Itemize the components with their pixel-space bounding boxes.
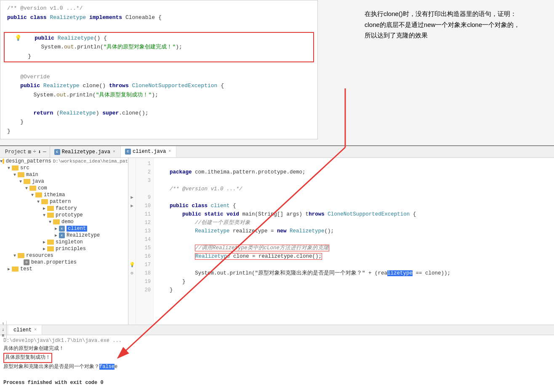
tree-arrow-resources: ▼ <box>12 253 18 258</box>
code-line-18: } <box>157 279 186 285</box>
gutter-3 <box>128 176 136 185</box>
top-code-line-8: @Override <box>0 72 317 82</box>
tab-close-client[interactable]: × <box>168 149 172 154</box>
tree-item-factory[interactable]: ▶ factory <box>0 205 128 212</box>
code-line-19: } <box>157 287 173 293</box>
tree-label-prototype: prototype <box>56 212 83 218</box>
tree-arrow-main: ▼ <box>12 173 18 177</box>
tree-label-realizetype: Realizetype <box>67 232 100 238</box>
run-gutter-up-icon[interactable]: ↑ <box>2 322 4 326</box>
gutter-19 <box>128 277 136 286</box>
tree-item-singleton[interactable]: ▶ singleton <box>0 239 128 245</box>
tree-label-com: com <box>38 185 47 191</box>
tab-close-realizetype[interactable]: × <box>112 149 116 154</box>
tree-arrow-client: ▶ <box>53 226 59 231</box>
tree-item-bean-props[interactable]: ▶ ⚙ bean.properties <box>0 259 128 266</box>
tree-label-client: client <box>67 226 87 232</box>
tree-icon-realizetype: c <box>59 232 65 238</box>
top-code-line-4: 💡 public Realizetype() { <box>8 34 310 43</box>
tree-item-pattern[interactable]: ▼ pattern <box>0 198 128 205</box>
run-gutter-down-icon[interactable]: ↓ <box>2 328 4 332</box>
gutter-9: ▶ <box>128 193 136 202</box>
tree-item-java[interactable]: ▼ java <box>0 178 128 185</box>
tree-label-main: main <box>26 172 38 178</box>
code-line-12: Realizetype realizetype = new Realizetyp… <box>157 228 334 234</box>
run-false-value: false <box>99 364 115 370</box>
tree-item-test[interactable]: ▶ test <box>0 266 128 272</box>
project-panel-header[interactable]: Project ⊞ ÷ ⬇ — <box>2 146 50 157</box>
tree-arrow-singleton: ▶ <box>41 240 47 245</box>
gutter-17: 💡 <box>128 261 136 269</box>
tree-item-demo[interactable]: ▼ demo <box>0 219 128 225</box>
code-line-13 <box>157 237 160 243</box>
gutter-13 <box>128 227 136 235</box>
tree-arrow-com: ▼ <box>24 186 29 191</box>
code-line-20 <box>157 296 160 301</box>
top-code-line-7 <box>0 63 317 72</box>
run-tab-client[interactable]: client × <box>8 325 42 335</box>
top-code-line-14: } <box>0 127 317 136</box>
tree-label-src: src <box>20 165 29 171</box>
code-line-16 <box>157 262 160 268</box>
tree-arrow-java: ▼ <box>18 179 24 184</box>
project-icon-grid[interactable]: ⊞ <box>28 149 31 155</box>
tab-label-client: client.java <box>133 149 166 155</box>
tree-item-com[interactable]: ▼ com <box>0 185 128 192</box>
tree-arrow-demo: ▼ <box>47 220 53 224</box>
code-line-10: public static void main(String[] args) t… <box>157 211 416 217</box>
gutter-2 <box>128 168 136 176</box>
tree-item-prototype[interactable]: ▼ prototype <box>0 212 128 219</box>
tree-item-resources[interactable]: ▼ resources <box>0 252 128 259</box>
tree-item-itheima[interactable]: ▼ itheima <box>0 192 128 198</box>
project-icon-eq[interactable]: ÷ <box>33 149 36 155</box>
run-process-line: Process finished with exit code 0 <box>3 379 551 387</box>
tree-arrow-itheima: ▼ <box>29 193 35 197</box>
tabs-bar: Project ⊞ ÷ ⬇ — c Realizetype.java × c c… <box>0 146 554 158</box>
run-line-3: 原型对象和克隆出来的是否是同一个对象？falsee <box>3 363 551 371</box>
gutter-20 <box>128 286 136 294</box>
tree-label-test: test <box>20 266 32 272</box>
code-line-2 <box>157 178 160 184</box>
tree-arrow-pattern: ▼ <box>35 200 41 204</box>
tree-item-principles[interactable]: ▶ principles <box>0 245 128 252</box>
run-line-2: 具体原型复制成功！ <box>3 353 52 363</box>
tree-item-client[interactable]: ▶ c client <box>0 225 128 232</box>
tree-label-itheima: itheima <box>44 192 65 198</box>
tab-realizetype[interactable]: c Realizetype.java × <box>50 146 121 157</box>
gutter-16 <box>128 252 136 261</box>
tree-icon-client: c <box>59 226 65 232</box>
project-icon-minus[interactable]: — <box>43 149 46 155</box>
run-tabs: ↑ ↓ ≡ client × <box>0 325 554 335</box>
tab-icon-c-client: c <box>125 149 131 155</box>
gutter-1 <box>128 160 136 168</box>
gutter-4 <box>128 185 136 193</box>
annotation-box: 在执行clone()时，没有打印出构造器里的语句，证明： clone的底层不是通… <box>365 8 546 41</box>
tree-label-java: java <box>32 179 44 184</box>
tab-client[interactable]: c client.java × <box>121 146 176 157</box>
code-line-4 <box>157 195 160 200</box>
run-line-blank <box>3 371 551 379</box>
tree-arrow-test: ▶ <box>6 267 12 272</box>
run-tab-close[interactable]: × <box>34 328 37 332</box>
gutter-15 <box>128 244 136 252</box>
gutter-12 <box>128 219 136 227</box>
tree-arrow-factory: ▶ <box>41 206 47 211</box>
tree-item-main[interactable]: ▼ main <box>0 171 128 178</box>
tab-icon-c-realizetype: c <box>54 149 60 155</box>
project-icon-down[interactable]: ⬇ <box>38 149 41 155</box>
project-label: Project <box>5 149 26 155</box>
run-body: D:\develop\java\jdk1.7\bin\java.exe ... … <box>0 335 554 389</box>
tree-item-src[interactable]: ▼ src <box>0 165 128 171</box>
tree-arrow-prototype: ▼ <box>41 213 47 218</box>
gutter-11 <box>128 210 136 219</box>
top-code-red-box: 💡 public Realizetype() { System.out.prin… <box>4 32 314 63</box>
tree-label-pattern: pattern <box>50 199 71 205</box>
top-code-line-11 <box>0 99 317 109</box>
tree-label-principles: principles <box>56 246 86 252</box>
tree-item-design-patterns[interactable]: ▼ design_patterns D:\workspace_idea\heim… <box>0 158 128 165</box>
code-line-1: package com.itheima.pattern.prototype.de… <box>157 169 306 175</box>
tree-item-realizetype[interactable]: ▶ c Realizetype <box>0 232 128 239</box>
tree-label-resources: resources <box>26 253 53 259</box>
top-code-line-2: public class Realizetype implements Clon… <box>0 13 317 22</box>
code-line-15: Realizetype clone = realizetype.clone(); <box>157 253 322 260</box>
